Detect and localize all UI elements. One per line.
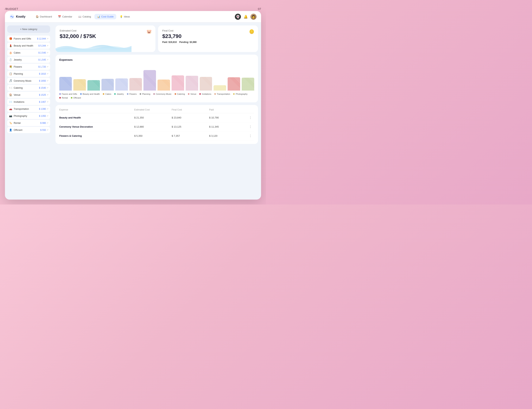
arrow-icon-transportation: ↗	[47, 108, 48, 110]
nav-catalog-label: Catalog	[83, 15, 91, 18]
legend-label-11: Photography	[236, 93, 247, 95]
bar-10	[200, 77, 212, 91]
user-profile-avatar[interactable]: 👩	[250, 14, 256, 20]
sidebar-item-value-rental: $ 980	[40, 122, 46, 124]
sidebar-item-value-planning: $ 1810	[39, 73, 46, 75]
arrow-icon-ceremony-music: ↗	[47, 80, 48, 82]
sidebar-item-jewelry[interactable]: 💍 Jewelry $ 1,545 ↗	[7, 56, 50, 63]
cost-guide-icon: 📊	[97, 15, 100, 18]
legend-dot-4	[127, 93, 128, 95]
final-cost-amount: $23,790	[162, 33, 254, 39]
sidebar-item-rental[interactable]: 🏷️ Rental $ 980 ↗	[7, 120, 50, 126]
ghost-avatar[interactable]: 👻	[235, 14, 241, 20]
legend-label-4: Flowers	[129, 93, 137, 95]
bar-1	[73, 79, 86, 91]
legend-dot-8	[188, 93, 190, 95]
nav-dashboard[interactable]: 🏠 Dashboard	[33, 14, 55, 19]
new-category-button[interactable]: + New category	[7, 26, 50, 33]
sidebar-item-value-officiant: $ 550	[40, 129, 46, 131]
arrow-icon-photography: ↗	[47, 115, 48, 117]
table-row: Beauty and Health $ 21,350 $ 23,840 $ 10…	[59, 113, 254, 122]
cards-row: Estimated Cost $32,000 / $75K 🐷	[56, 26, 258, 52]
row-menu-2[interactable]: ⋮	[247, 134, 254, 138]
page-number: 07	[258, 7, 261, 10]
legend-2: Cakes	[103, 93, 111, 95]
catalog-icon: 📖	[78, 15, 81, 18]
sidebar-item-name-favors: Favors and Gifts	[14, 37, 37, 40]
page-label-budget: /BUDGET	[5, 7, 18, 10]
arrow-icon-cakes: ↗	[47, 52, 48, 54]
sidebar-item-value-venue: $ 1525	[39, 94, 46, 96]
sidebar-item-ceremony-music[interactable]: 🎵 Ceremony Music $ 1650 ↗	[7, 78, 50, 84]
brand-name: Knotly	[16, 15, 26, 19]
arrow-icon-catering: ↗	[47, 87, 48, 89]
row-name-1: Ceremony Venue Decoration	[59, 125, 134, 128]
nav-cost-guide[interactable]: 📊 Cost Guide	[95, 14, 116, 19]
legend-label-10: Transportation	[217, 93, 230, 95]
sidebar-item-photography[interactable]: 📷 Photography $ 1350 ↗	[7, 113, 50, 119]
row-menu-0[interactable]: ⋮	[247, 116, 254, 120]
sidebar-item-flowers[interactable]: 💐 Flowers $ 1,720 ↗	[7, 64, 50, 70]
nav-calendar-label: Calendar	[62, 15, 72, 18]
sidebar-item-name-invitations: Invitations	[14, 101, 39, 103]
sidebar-item-name-flowers: Flowers	[14, 65, 38, 68]
paid-value: $19,810	[169, 41, 177, 44]
legend-label-9: Invitations	[202, 93, 211, 95]
bar-4	[115, 78, 128, 91]
legend-dot-2	[103, 93, 104, 95]
legend-dot-13	[71, 97, 72, 99]
sidebar-item-planning[interactable]: 📋 Planning $ 1810 ↗	[7, 71, 50, 77]
bar-11	[214, 85, 226, 91]
pending-value: $3,980	[190, 41, 197, 44]
nav-calendar[interactable]: 📅 Calendar	[55, 14, 75, 19]
row-menu-1[interactable]: ⋮	[247, 125, 254, 129]
sidebar-item-name-planning: Planning	[14, 73, 39, 75]
brand[interactable]: Knotly	[10, 14, 26, 19]
sidebar-item-favors[interactable]: 🎁 Favors and Gifts $ 12,944 ↗	[7, 36, 50, 42]
flowers-icon: 💐	[9, 65, 12, 68]
nav-catalog[interactable]: 📖 Catalog	[76, 14, 94, 19]
legend-5: Planning	[140, 93, 150, 95]
table-rows: Beauty and Health $ 21,350 $ 23,840 $ 10…	[59, 113, 254, 140]
sidebar-item-transportation[interactable]: 🚗 Transportation $ 1390 ↗	[7, 106, 50, 112]
sidebar-item-beauty[interactable]: 💄 Beauty and Health $ 5,344 ↗	[7, 43, 50, 49]
sidebar-item-value-flowers: $ 1,720	[38, 65, 46, 68]
legend-12: Rental	[59, 97, 68, 99]
sidebar-item-name-beauty: Beauty and Health	[14, 45, 38, 47]
home-icon: 🏠	[36, 15, 39, 18]
bar-12	[228, 77, 240, 91]
row-paid-0: $ 10,790	[209, 116, 247, 119]
col-actions	[247, 108, 254, 111]
legend-dot-6	[153, 93, 155, 95]
sidebar-item-value-transportation: $ 1390	[39, 108, 46, 110]
row-estimated-0: $ 21,350	[134, 116, 171, 119]
legend-label-7: Catering	[177, 93, 185, 95]
sidebar-item-name-venue: Venue	[14, 94, 39, 96]
estimated-cost-title: Estimated Cost	[60, 29, 151, 32]
sidebar-item-name-jewelry: Jewelry	[14, 58, 38, 61]
sidebar-item-invitations[interactable]: ✉️ Invitations $ 1467 ↗	[7, 99, 50, 105]
jewelry-icon: 💍	[9, 58, 12, 61]
legend-label-5: Planning	[142, 93, 150, 95]
notification-bell[interactable]: 🔔	[244, 15, 248, 19]
chart-legend: Favors and Gifts Beauty and Health Cakes…	[59, 93, 254, 99]
col-estimated: Estimated Cost	[134, 108, 171, 111]
pending-label: Pending:	[179, 41, 189, 44]
sidebar-item-officiant[interactable]: 👤 Officiant $ 550 ↗	[7, 127, 50, 133]
row-name-0: Beauty and Health	[59, 116, 134, 119]
sidebar-item-venue[interactable]: 🏠 Venue $ 1525 ↗	[7, 92, 50, 98]
legend-label-6: Ceremony Music	[156, 93, 171, 95]
table-header: Expense Estimated Cost Final Cost Paid	[59, 108, 254, 113]
legend-dot-12	[59, 97, 61, 99]
legend-label-12: Rental	[62, 97, 68, 99]
sidebar-item-cakes[interactable]: 🎂 Cakes $ 2,540 ↗	[7, 50, 50, 56]
nav-ideas[interactable]: 💡 Ideas	[117, 14, 133, 19]
sidebar-item-value-favors: $ 12,944	[37, 37, 46, 40]
legend-9: Invitations	[199, 93, 211, 95]
venue-icon: 🏠	[9, 93, 12, 96]
nav-dashboard-label: Dashboard	[40, 15, 52, 18]
arrow-icon-favors: ↗	[47, 37, 48, 40]
final-cost-card: Final Cost $23,790 🪙 Paid: $19,810 Pendi…	[158, 26, 258, 52]
legend-dot-10	[214, 93, 216, 95]
sidebar-item-catering[interactable]: 🍽️ Catering $ 1540 ↗	[7, 85, 50, 91]
